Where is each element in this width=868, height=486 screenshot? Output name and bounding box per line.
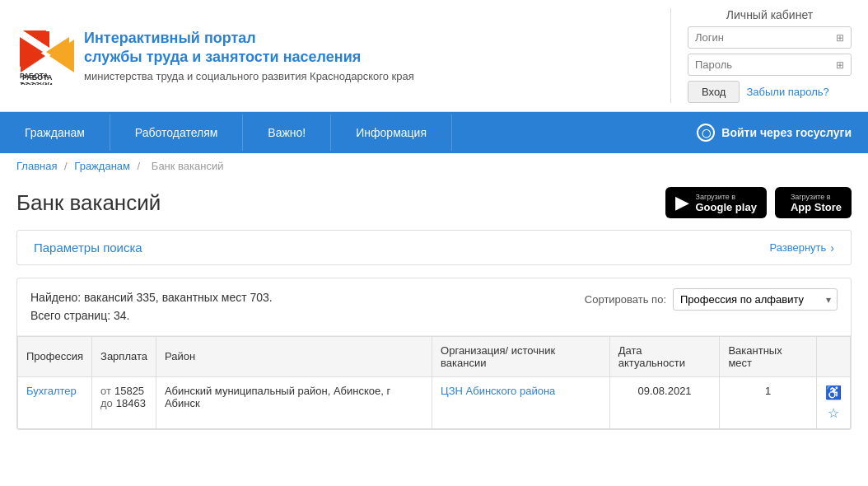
search-params-title: Параметры поиска bbox=[34, 241, 142, 255]
google-play-small: Загрузите в bbox=[695, 193, 756, 201]
sort-area: Сортировать по: Профессия по алфавитуДат… bbox=[585, 288, 838, 311]
page-title: Банк вакансий bbox=[16, 190, 161, 216]
results-pages: Всего страниц: 34. bbox=[30, 306, 273, 325]
table-col-header: Вакантных мест bbox=[720, 336, 817, 376]
breadcrumb: Главная / Гражданам / Банк вакансий bbox=[0, 153, 868, 179]
table-row: Бухгалтерот15825до18463Абинский муниципа… bbox=[18, 376, 851, 428]
table-body: Бухгалтерот15825до18463Абинский муниципа… bbox=[18, 376, 851, 428]
breadcrumb-citizens[interactable]: Гражданам bbox=[74, 160, 130, 172]
table-header: ПрофессияЗарплатаРайонОрганизация/ источ… bbox=[18, 336, 851, 376]
sort-label: Сортировать по: bbox=[585, 293, 666, 306]
table-col-header: Район bbox=[156, 336, 432, 376]
search-params: Параметры поиска Развернуть › bbox=[16, 230, 852, 265]
breadcrumb-sep1: / bbox=[64, 160, 70, 172]
vacancy-count: 1 bbox=[720, 376, 817, 428]
app-store-small: Загрузите в bbox=[791, 193, 842, 201]
vacancy-org: ЦЗН Абинского района bbox=[432, 376, 610, 428]
table-col-header: Организация/ источник вакансии bbox=[432, 336, 610, 376]
sort-select-wrap[interactable]: Профессия по алфавитуДата актуальностиЗа… bbox=[673, 288, 838, 311]
app-store-badge[interactable]: Загрузите в App Store bbox=[775, 187, 852, 218]
logo-title-line1: Интерактивный портал bbox=[84, 29, 414, 48]
table-col-header bbox=[816, 336, 850, 376]
breadcrumb-sep2: / bbox=[138, 160, 143, 172]
results-area: Найдено: вакансий 335, вакантных мест 70… bbox=[16, 278, 852, 430]
vacancy-salary: от15825до18463 bbox=[92, 376, 156, 428]
app-store-big: App Store bbox=[791, 201, 842, 213]
accessibility-icon[interactable]: ♿ bbox=[825, 385, 842, 400]
table-col-header: Профессия bbox=[18, 336, 92, 376]
google-play-text: Загрузите в Google play bbox=[695, 193, 756, 213]
results-found: Найдено: вакансий 335, вакантных мест 70… bbox=[30, 288, 273, 306]
svg-text:РОСCИИ: РОСCИИ bbox=[20, 81, 50, 83]
table-col-header: Дата актуальности bbox=[609, 336, 720, 376]
expand-label: Развернуть bbox=[769, 241, 826, 254]
svg-text:РАБОТА: РАБОТА bbox=[20, 72, 49, 80]
gosuslugi-label: Войти через госуслуги bbox=[721, 126, 852, 139]
star-icon[interactable]: ☆ bbox=[828, 405, 839, 421]
svg-marker-7 bbox=[46, 37, 69, 67]
login-panel-title: Личный кабинет bbox=[688, 8, 852, 21]
password-input-wrapper[interactable]: ⊞ bbox=[688, 54, 852, 76]
vacancy-table: ПрофессияЗарплатаРайонОрганизация/ источ… bbox=[17, 336, 851, 429]
table-col-header: Зарплата bbox=[92, 336, 156, 376]
logo-text: Интерактивный портал службы труда и заня… bbox=[84, 29, 414, 83]
logo-icon: РАБОТА РОСCИИ РАБОТА РОСCИИ bbox=[16, 27, 74, 85]
login-input[interactable] bbox=[695, 31, 827, 44]
header: РАБОТА РОСCИИ РАБОТА РОСCИИ Интерактивны… bbox=[0, 0, 868, 112]
vacancy-profession: Бухгалтер bbox=[18, 376, 92, 428]
password-input[interactable] bbox=[695, 58, 827, 71]
vacancy-date: 09.08.2021 bbox=[609, 376, 720, 428]
breadcrumb-home[interactable]: Главная bbox=[16, 160, 57, 172]
vacancy-district: Абинский муниципальный район, Абинское, … bbox=[156, 376, 432, 428]
page-title-area: Банк вакансий ▶ Загрузите в Google play … bbox=[0, 179, 868, 230]
results-summary: Найдено: вакансий 335, вакантных мест 70… bbox=[17, 278, 851, 336]
google-play-badge[interactable]: ▶ Загрузите в Google play bbox=[665, 187, 766, 218]
nav-gosuslugi[interactable]: ◯ Войти через госуслуги bbox=[680, 112, 868, 153]
google-play-icon: ▶ bbox=[675, 192, 689, 213]
login-icon: ⊞ bbox=[836, 32, 844, 44]
app-store-text: Загрузите в App Store bbox=[791, 193, 842, 213]
logo-subtitle: министерства труда и социального развити… bbox=[84, 70, 414, 82]
login-actions: Вход Забыли пароль? bbox=[688, 81, 852, 103]
breadcrumb-current: Банк вакансий bbox=[152, 160, 224, 172]
login-input-wrapper[interactable]: ⊞ bbox=[688, 26, 852, 49]
password-icon: ⊞ bbox=[836, 59, 844, 71]
login-panel: Личный кабинет ⊞ ⊞ Вход Забыли пароль? bbox=[670, 8, 852, 103]
nav-citizens[interactable]: Гражданам bbox=[0, 114, 110, 151]
nav-bar: Гражданам Работодателям Важно! Информаци… bbox=[0, 112, 868, 153]
org-link[interactable]: ЦЗН Абинского района bbox=[441, 385, 555, 397]
forgot-password-link[interactable]: Забыли пароль? bbox=[746, 86, 828, 98]
nav-employers[interactable]: Работодателям bbox=[110, 114, 244, 151]
sort-select[interactable]: Профессия по алфавитуДата актуальностиЗа… bbox=[673, 288, 838, 311]
vacancy-link[interactable]: Бухгалтер bbox=[26, 385, 77, 397]
svg-marker-5 bbox=[20, 37, 43, 67]
expand-arrow-icon: › bbox=[830, 241, 834, 255]
nav-important[interactable]: Важно! bbox=[243, 114, 331, 151]
table-header-row: ПрофессияЗарплатаРайонОрганизация/ источ… bbox=[18, 336, 851, 376]
logo-area: РАБОТА РОСCИИ РАБОТА РОСCИИ Интерактивны… bbox=[16, 27, 670, 85]
results-text: Найдено: вакансий 335, вакантных мест 70… bbox=[30, 288, 273, 325]
google-play-big: Google play bbox=[695, 201, 756, 213]
login-button[interactable]: Вход bbox=[688, 81, 740, 103]
vacancy-actions: ♿☆ bbox=[816, 376, 850, 428]
expand-button[interactable]: Развернуть › bbox=[769, 241, 834, 255]
app-badges: ▶ Загрузите в Google play Загрузите в Ap… bbox=[665, 187, 852, 218]
gosuslugi-icon: ◯ bbox=[697, 124, 715, 142]
logo-title-line2: службы труда и занятости населения bbox=[84, 48, 414, 67]
nav-information[interactable]: Информация bbox=[331, 114, 452, 151]
search-params-header: Параметры поиска Развернуть › bbox=[17, 231, 851, 264]
